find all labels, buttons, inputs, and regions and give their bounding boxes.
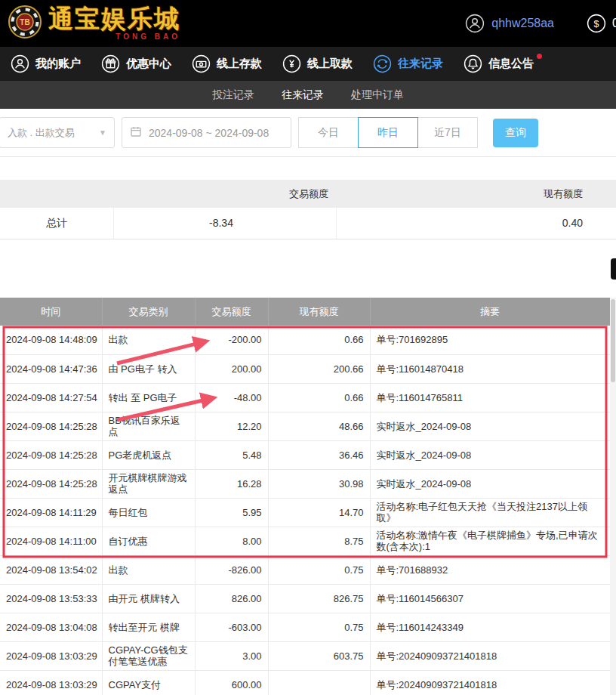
withdraw-icon — [282, 54, 301, 73]
account-icon — [11, 54, 29, 73]
yesterday-button[interactable]: 昨日 — [358, 117, 418, 148]
cell-summary: 活动名称:电子红包天天抢《当天投注2137以上领取》 — [370, 498, 610, 527]
nav-item-announcements[interactable]: 信息公告 — [464, 54, 534, 73]
wallet-balance[interactable]: $ 0 — [587, 14, 616, 33]
svg-text:TB: TB — [20, 18, 29, 26]
header-time: 时间 — [0, 298, 102, 326]
casino-chip-icon: TB — [8, 5, 42, 42]
nav-item-promotions[interactable]: 优惠中心 — [101, 54, 171, 73]
cell-amount: 600.00 — [195, 670, 268, 695]
cell-balance: 8.75 — [268, 527, 370, 555]
cell-amount: 12.20 — [195, 412, 268, 440]
table-row: 2024-09-08 14:48:09出款-200.000.66单号:70169… — [0, 326, 610, 354]
nav-item-deposit[interactable]: 线上存款 — [192, 54, 262, 73]
cell-type: 开元棋牌棋牌游戏返点 — [102, 469, 195, 498]
cell-amount: 826.00 — [195, 584, 268, 613]
cell-summary: 实时返水_2024-09-08 — [370, 469, 610, 498]
transfer-records-icon — [373, 54, 392, 73]
query-button[interactable]: 查询 — [493, 119, 538, 147]
nav-item-withdraw[interactable]: 线上取款 — [282, 54, 353, 73]
cell-type: CGPAY支付 — [102, 670, 195, 695]
cell-time: 2024-09-08 14:25:28 — [0, 440, 102, 469]
cell-time: 2024-09-08 14:11:29 — [0, 498, 102, 527]
cell-balance: 14.70 — [268, 498, 370, 527]
cell-summary: 单号:116014870418 — [370, 354, 610, 383]
top-header: TB 通宝娱乐城 TONG BAO qhhw258aa $ 0 — [0, 0, 616, 47]
transaction-type-select[interactable]: 入款 . 出款交易 ▼ — [0, 117, 115, 148]
cell-time: 2024-09-08 14:25:28 — [0, 469, 102, 498]
wallet-amount: 0 — [612, 17, 616, 30]
user-icon — [465, 14, 485, 33]
cell-type: PG老虎机返点 — [102, 440, 195, 469]
table-row: 2024-09-08 14:47:36由 PG电子 转入200.00200.66… — [0, 354, 610, 383]
cell-time: 2024-09-08 13:53:33 — [0, 584, 102, 613]
table-row: 2024-09-08 14:25:28PG老虎机返点5.4836.46实时返水_… — [0, 440, 610, 469]
summary-section: 交易额度 现有额度 总计 -8.34 0.40 — [0, 180, 616, 239]
table-scrollbar[interactable] — [610, 298, 616, 695]
scrollbar-thumb[interactable] — [611, 299, 615, 382]
cell-type: 出款 — [102, 326, 195, 354]
nav-item-my-account[interactable]: 我的账户 — [11, 54, 81, 73]
nav-label: 往来记录 — [398, 57, 443, 71]
table-header-row: 时间 交易类别 交易额度 现有额度 摘要 — [0, 298, 610, 326]
cell-time: 2024-09-08 13:03:29 — [0, 670, 102, 695]
transactions-table-section: 时间 交易类别 交易额度 现有额度 摘要 2024-09-08 14:48:09… — [0, 298, 616, 695]
header-type: 交易类别 — [102, 298, 195, 326]
header-balance: 现有额度 — [268, 298, 370, 326]
side-widget-edge[interactable] — [611, 258, 616, 280]
cell-type: 每日红包 — [102, 498, 195, 527]
logo-text: 通宝娱乐城 — [48, 7, 180, 32]
notification-dot — [537, 54, 542, 59]
tab-transfer-records[interactable]: 往来记录 — [282, 88, 324, 102]
tab-processing-orders[interactable]: 处理中订单 — [351, 88, 404, 102]
cell-type: 由 PG电子 转入 — [102, 354, 195, 383]
date-range-input[interactable]: 2024-09-08 ~ 2024-09-08 — [122, 117, 291, 148]
nav-label: 线上取款 — [307, 57, 353, 71]
table-row: 2024-09-08 14:11:00自订优惠8.008.75活动名称:激情午夜… — [0, 527, 610, 555]
transactions-body: 2024-09-08 14:48:09出款-200.000.66单号:70169… — [0, 326, 610, 695]
cell-summary: 单号:116014765811 — [370, 383, 610, 412]
records-subnav: 投注记录 往来记录 处理中订单 — [0, 81, 616, 109]
cell-balance: 603.75 — [268, 641, 370, 670]
cell-type: BB视讯百家乐返点 — [102, 412, 195, 440]
chevron-down-icon: ▼ — [99, 128, 106, 137]
table-row: 2024-09-08 13:54:02出款-826.000.75单号:70168… — [0, 555, 610, 584]
cell-type: CGPAY-CG钱包支付笔笔送优惠 — [102, 641, 195, 670]
svg-text:$: $ — [594, 19, 599, 29]
quick-date-group: 今日 昨日 近7日 — [299, 117, 478, 148]
table-row: 2024-09-08 13:53:33由开元 棋牌转入826.00826.75单… — [0, 584, 610, 613]
cell-balance: 0.66 — [268, 383, 370, 412]
cell-balance: 826.75 — [268, 584, 370, 613]
calendar-icon — [130, 125, 142, 140]
nav-label: 线上存款 — [217, 57, 262, 71]
summary-amount-header: 交易额度 — [113, 187, 336, 201]
gift-icon — [101, 54, 120, 73]
summary-balance-header: 现有额度 — [336, 187, 616, 201]
last-7-days-button[interactable]: 近7日 — [417, 117, 478, 148]
cell-amount: 3.00 — [195, 641, 268, 670]
site-logo[interactable]: TB 通宝娱乐城 TONG BAO — [8, 5, 180, 42]
cell-time: 2024-09-08 14:47:36 — [0, 354, 102, 383]
summary-total-balance: 0.40 — [336, 208, 616, 239]
cell-time: 2024-09-08 13:03:29 — [0, 641, 102, 670]
summary-total-label: 总计 — [0, 217, 113, 230]
today-button[interactable]: 今日 — [298, 117, 359, 148]
filter-bar: 入款 . 出款交易 ▼ 2024-09-08 ~ 2024-09-08 今日 昨… — [0, 109, 616, 157]
cell-time: 2024-09-08 14:27:54 — [0, 383, 102, 412]
cell-balance: 0.66 — [268, 326, 370, 354]
cell-balance: 48.66 — [268, 412, 370, 440]
summary-total-amount: -8.34 — [113, 208, 336, 239]
cell-summary: 单号:701692895 — [370, 326, 610, 354]
table-row: 2024-09-08 14:27:54转出 至 PG电子-48.000.66单号… — [0, 383, 610, 412]
account-menu[interactable]: qhhw258aa — [465, 14, 554, 33]
nav-label: 我的账户 — [35, 57, 81, 71]
cell-amount: 16.28 — [195, 469, 268, 498]
cell-summary: 实时返水_2024-09-08 — [370, 412, 610, 440]
nav-item-transactions[interactable]: 往来记录 — [373, 54, 443, 73]
cell-balance: 36.46 — [268, 440, 370, 469]
cell-time: 2024-09-08 13:04:08 — [0, 613, 102, 641]
tab-betting-records[interactable]: 投注记录 — [212, 88, 254, 102]
cell-summary: 单号:116014243349 — [370, 613, 610, 641]
cell-balance: 200.66 — [268, 354, 370, 383]
cell-type: 由开元 棋牌转入 — [102, 584, 195, 613]
